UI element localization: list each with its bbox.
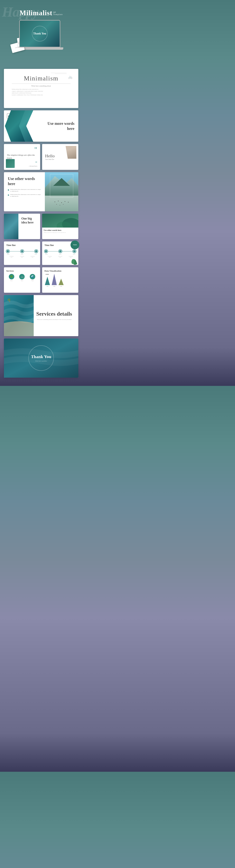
services-title: Services <box>6 270 38 272</box>
svg-point-6 <box>61 202 62 203</box>
timeline2-labels: Scene Scene Scene <box>45 254 76 255</box>
minimalism-subtitle: Write here something about <box>12 84 70 87</box>
slide-hello: Hello I am John Doe <box>42 144 78 170</box>
timeline-row: Time line 1 2 3 Scene Scene Scene Lorem … <box>4 242 78 265</box>
timeline-node-3: 3 <box>35 250 38 253</box>
slide-timeline-2: Finish Time line 4 5 6 Scene Scene Scene… <box>42 242 78 265</box>
slide-morewords-content: 📷 Use more words here <box>4 111 78 142</box>
slides-row-onebig-small: One big idea here Use other words here N… <box>4 214 78 239</box>
thankyou-content: Thank You Write here a goodbye <box>4 339 78 378</box>
timeline1-labels: Scene Scene Scene <box>6 254 38 255</box>
bar-label-42000: 42000 <box>53 286 55 287</box>
bike-icon: 🚲 <box>68 75 72 79</box>
chart-value-42000: 42000 <box>46 274 49 275</box>
laptop-mockup: Service details Minimalism One big idea … <box>19 20 63 50</box>
onebig-title: One big idea here <box>21 217 37 225</box>
timeline2-label-3: Scene <box>72 254 76 255</box>
minimalism-body: Nullam pretium felis, ullamcorper ut sem… <box>12 88 70 96</box>
birds-area <box>45 196 78 211</box>
bullet-dot-1 <box>8 189 9 191</box>
service-label-1: Name <box>10 280 13 281</box>
slide-otherwords-right <box>45 172 78 211</box>
small-otherwords-title: Use other words here <box>44 229 77 231</box>
slide-minimalism: 🚲 Minimalism Write here something about … <box>4 69 78 108</box>
service-item-2: 🚲 Name <box>19 274 25 281</box>
small-otherwords-image <box>42 214 78 228</box>
slide-otherwords-wide: Use other words here Nullam pretium feli… <box>4 172 78 211</box>
timeline1-texts: Lorem ipsum dolor Lorem ipsum dolor Lore… <box>6 256 38 258</box>
svg-marker-17 <box>59 279 64 285</box>
timeline1-label-2: Scene <box>20 254 24 255</box>
bullet-2: Nullam pretium felis, ullamcorper ut sem… <box>8 194 41 197</box>
plant-decoration <box>70 255 78 265</box>
slide-morewords-right: Use more words here <box>37 111 78 142</box>
service-icon-1: 🌿 <box>9 274 14 279</box>
svg-point-8 <box>68 202 68 202</box>
slide-otherwords-left: Use other words here Nullam pretium feli… <box>4 172 45 211</box>
laptop-screen-text: Thank You <box>33 32 46 35</box>
slide-onebig: One big idea here <box>4 214 40 239</box>
slide-otherwords-content: Use other words here Nullam pretium feli… <box>4 172 78 211</box>
small-otherwords-text: Nullam pretium felis, ullamcorper ut sem… <box>44 232 77 233</box>
timeline2-text-2: Lorem ipsum dolor <box>57 256 63 258</box>
services-details-title: Services details <box>36 311 72 317</box>
slide-services: Services 🌿 Name 🚲 Name 🌊 Name <box>4 267 40 293</box>
bullet-text-1: Nullam pretium felis, ullamcorper ut sem… <box>10 189 41 192</box>
bar-label-18000: 18000 <box>60 286 62 287</box>
quote-text: The simplest things are often the truest… <box>7 154 37 160</box>
laptop-screen: Thank You <box>20 21 60 47</box>
thankyou-title: Thank You <box>31 354 51 359</box>
quote-image <box>6 159 15 168</box>
svg-marker-16 <box>52 274 57 285</box>
slide-quote: " The simplest things are often the true… <box>4 144 40 170</box>
timeline2-label-2: Scene <box>58 254 62 255</box>
timeline2-text-1: Lorem ipsum dolor <box>47 256 53 258</box>
slide-timeline-1: Time line 1 2 3 Scene Scene Scene Lorem … <box>4 242 40 265</box>
chart-bar-2: 42000 <box>51 273 57 287</box>
bullet-1: Nullam pretium felis, ullamcorper ut sem… <box>8 189 41 192</box>
small-otherwords-content: Use other words here Nullam pretium feli… <box>42 227 78 235</box>
svg-point-11 <box>63 204 64 205</box>
service-icon-2: 🚲 <box>19 274 25 279</box>
timeline2-label-1: Scene <box>45 254 48 255</box>
service-item-1: 🌿 Name <box>9 274 14 281</box>
services-details-bg: 🌴 <box>4 295 34 336</box>
services-datavis-row: Services 🌿 Name 🚲 Name 🌊 Name Data Visua… <box>4 267 78 293</box>
timeline-node-5: 5 <box>59 250 62 253</box>
services-details-text-area: Services details Write here something ab… <box>30 295 78 336</box>
services-icons: 🌿 Name 🚲 Name 🌊 Name <box>6 274 38 281</box>
rect-outline <box>50 174 74 198</box>
service-label-3: Name <box>31 280 34 281</box>
chart-area: 23000 42000 18000 <box>45 275 76 287</box>
services-details-subtitle: Write here something about the details o… <box>37 318 71 321</box>
svg-marker-15 <box>45 277 50 285</box>
slide-datavis: Data Visualization 42000 23000 42000 <box>42 267 78 293</box>
hero-subtitle-ppt: ppt <box>53 11 63 13</box>
timeline-node-2: 2 <box>21 250 24 253</box>
minimalism-title: Minimalism <box>12 75 70 82</box>
timeline2-line: 4 5 6 <box>45 250 76 253</box>
bar-label-23000: 23000 <box>47 286 48 287</box>
timeline1-label-1: Scene <box>6 254 10 255</box>
morewords-text: Use more words here <box>41 121 75 131</box>
timeline1-label-3: Scene <box>34 254 38 255</box>
timeline1-line: 1 2 3 <box>6 250 38 253</box>
chart-bar-3: 18000 <box>58 278 64 287</box>
service-item-3: 🌊 Name <box>30 274 35 281</box>
hero-title: Milimalist <box>20 9 53 17</box>
service-label-2: Name <box>21 280 23 281</box>
datavis-title: Data Visualization <box>45 270 76 272</box>
slide-small-otherwords: Use other words here Nullam pretium feli… <box>42 214 78 239</box>
quote-open-mark: " <box>7 147 37 153</box>
svg-point-5 <box>58 200 59 201</box>
timeline1-text-2: Lorem ipsum dolor <box>19 256 25 258</box>
onebig-image <box>4 214 19 239</box>
thankyou-circle: Thank You Write here a goodbye <box>28 345 54 371</box>
slide-services-details: 🌴 Services details Write here something … <box>4 295 78 336</box>
svg-point-9 <box>56 204 57 205</box>
bullet-text-2: Nullam pretium felis, ullamcorper ut sem… <box>10 194 41 197</box>
palm-icon: 🌴 <box>7 298 11 302</box>
laptop-screen-container: Thank You <box>19 20 60 48</box>
hero-subtitle-template: Template <box>53 13 63 16</box>
otherwords-title: Use other words here <box>8 176 41 186</box>
